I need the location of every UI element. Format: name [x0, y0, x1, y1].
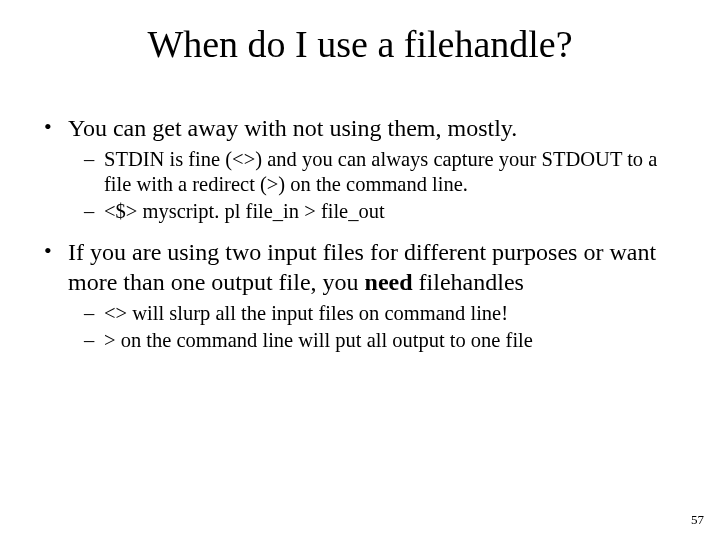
slide-body: You can get away with not using them, mo…	[0, 66, 720, 353]
bullet-list: You can get away with not using them, mo…	[40, 114, 680, 353]
bullet-1-sublist: STDIN is fine (<>) and you can always ca…	[68, 147, 680, 224]
bullet-1: You can get away with not using them, mo…	[40, 114, 680, 224]
bullet-1-sub-1: STDIN is fine (<>) and you can always ca…	[84, 147, 680, 197]
slide: When do I use a filehandle? You can get …	[0, 0, 720, 540]
bullet-2-post: filehandles	[413, 269, 524, 295]
bullet-2-sub-2: > on the command line will put all outpu…	[84, 328, 680, 353]
slide-title: When do I use a filehandle?	[0, 0, 720, 66]
bullet-2-sub-1: <> will slurp all the input files on com…	[84, 301, 680, 326]
page-number: 57	[691, 512, 704, 528]
bullet-2-bold: need	[365, 269, 413, 295]
bullet-1-sub-2: <$> myscript. pl file_in > file_out	[84, 199, 680, 224]
bullet-2: If you are using two input files for dif…	[40, 238, 680, 353]
bullet-2-sublist: <> will slurp all the input files on com…	[68, 301, 680, 353]
bullet-1-text: You can get away with not using them, mo…	[68, 115, 517, 141]
bullet-2-pre: If you are using two input files for dif…	[68, 239, 656, 294]
